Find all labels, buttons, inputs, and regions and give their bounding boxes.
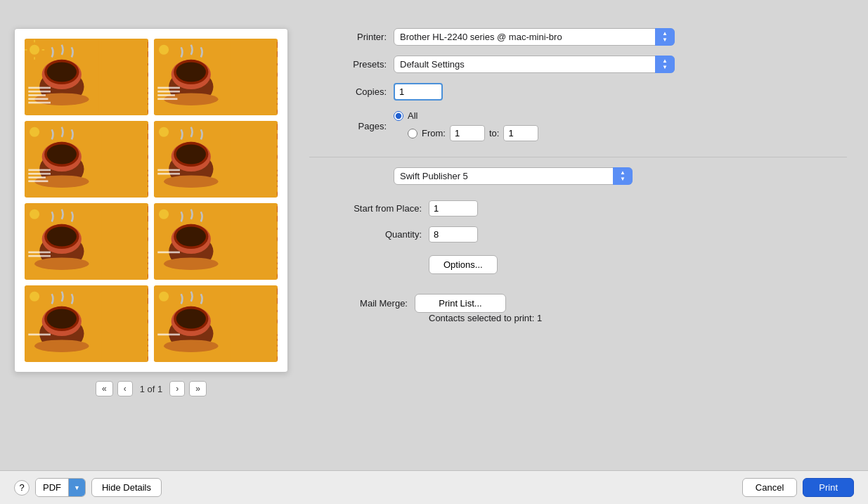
svg-point-62 xyxy=(30,209,39,219)
svg-text:SUN CAFE: SUN CAFE xyxy=(276,39,278,115)
copies-input[interactable] xyxy=(394,83,443,101)
svg-rect-54 xyxy=(231,122,278,197)
mail-merge-row: Mail Merge: Print List... xyxy=(309,294,847,313)
svg-rect-13 xyxy=(28,91,51,93)
svg-text:SUN CAFE: SUN CAFE xyxy=(146,285,148,362)
svg-point-25 xyxy=(159,45,169,55)
svg-rect-42 xyxy=(28,180,48,182)
svg-point-91 xyxy=(176,309,206,328)
svg-text:SUN CAFE: SUN CAFE xyxy=(146,203,148,280)
hide-details-button[interactable]: Hide Details xyxy=(91,478,162,497)
svg-rect-65 xyxy=(101,205,148,279)
pages-row: Pages: All From: to: xyxy=(309,110,847,141)
print-button[interactable]: Print xyxy=(803,478,854,497)
chevron-down-icon: ▼ xyxy=(74,484,80,491)
quantity-input[interactable] xyxy=(429,226,478,243)
svg-text:SUN CAFE: SUN CAFE xyxy=(276,285,278,362)
svg-point-92 xyxy=(164,340,218,352)
svg-point-93 xyxy=(159,292,169,302)
print-list-button[interactable]: Print List... xyxy=(415,294,506,313)
svg-point-82 xyxy=(34,340,89,352)
first-page-button[interactable]: « xyxy=(96,381,113,396)
pdf-button[interactable]: PDF xyxy=(36,479,69,496)
svg-point-83 xyxy=(30,292,39,302)
svg-rect-15 xyxy=(28,98,48,100)
svg-rect-63 xyxy=(28,252,51,254)
svg-point-38 xyxy=(30,127,39,137)
presets-select-wrapper: Default Settings ▲ ▼ xyxy=(394,56,675,73)
svg-rect-27 xyxy=(157,91,180,93)
svg-point-36 xyxy=(47,144,77,164)
svg-rect-28 xyxy=(157,94,175,96)
start-from-place-input[interactable] xyxy=(429,200,478,217)
contacts-selected-text: Contacts selected to print: 1 xyxy=(429,313,542,323)
svg-point-60 xyxy=(47,226,77,246)
from-pages-radio[interactable] xyxy=(408,129,417,138)
pdf-button-group: PDF ▼ xyxy=(35,478,86,497)
svg-point-49 xyxy=(176,144,206,164)
printer-select-wrapper: Brother HL-2240 series @ mac-mini-bro ▲ … xyxy=(394,28,675,46)
biz-card-8: SUN CAFE xyxy=(154,285,278,362)
copies-label: Copies: xyxy=(309,86,387,97)
quantity-row: Quantity: xyxy=(309,226,847,243)
svg-rect-53 xyxy=(157,173,180,175)
svg-point-71 xyxy=(176,226,206,246)
page-indicator: 1 of 1 xyxy=(140,384,163,394)
svg-rect-43 xyxy=(101,122,148,197)
prev-page-button[interactable]: ‹ xyxy=(117,381,133,396)
svg-point-50 xyxy=(164,175,218,188)
svg-text:SUN CAFE: SUN CAFE xyxy=(146,121,148,198)
bottom-bar: ? PDF ▼ Hide Details Cancel Print xyxy=(0,470,868,504)
printer-select[interactable]: Brother HL-2240 series @ mac-mini-bro xyxy=(394,28,675,46)
last-page-button[interactable]: » xyxy=(189,381,207,396)
pdf-dropdown-arrow-button[interactable]: ▼ xyxy=(69,479,85,496)
copies-row: Copies: xyxy=(309,83,847,101)
print-dialog: SUN CAFE xyxy=(0,0,868,504)
pages-label: Pages: xyxy=(309,121,387,131)
svg-point-72 xyxy=(164,257,218,270)
help-button[interactable]: ? xyxy=(14,480,30,496)
svg-rect-52 xyxy=(157,169,180,172)
to-label: to: xyxy=(489,128,499,138)
all-pages-radio[interactable] xyxy=(394,111,403,121)
start-from-place-label: Start from Place: xyxy=(309,203,422,214)
svg-point-61 xyxy=(34,257,89,270)
svg-rect-17 xyxy=(101,40,148,115)
settings-panel: Printer: Brother HL-2240 series @ mac-mi… xyxy=(309,21,847,463)
divider xyxy=(309,157,847,157)
svg-rect-94 xyxy=(157,334,180,336)
presets-label: Presets: xyxy=(309,59,387,70)
options-button[interactable]: Options... xyxy=(429,255,498,274)
swift-publisher-select[interactable]: Swift Publisher 5 xyxy=(394,167,633,185)
cancel-button[interactable]: Cancel xyxy=(742,478,797,497)
swift-publisher-row: Swift Publisher 5 ▲ ▼ xyxy=(309,167,847,185)
svg-point-51 xyxy=(159,127,169,137)
svg-text:SUN CAFE: SUN CAFE xyxy=(146,39,148,115)
svg-rect-95 xyxy=(231,287,278,361)
svg-rect-16 xyxy=(28,102,51,104)
svg-rect-74 xyxy=(157,252,180,254)
all-pages-row: All xyxy=(394,110,538,121)
options-row: Options... xyxy=(309,252,847,277)
next-page-button[interactable]: › xyxy=(169,381,185,396)
svg-point-73 xyxy=(159,209,169,219)
svg-text:SUN CAFE: SUN CAFE xyxy=(276,203,278,280)
svg-rect-84 xyxy=(28,334,51,336)
presets-select[interactable]: Default Settings xyxy=(394,56,675,73)
printer-label: Printer: xyxy=(309,32,387,42)
to-input[interactable] xyxy=(503,125,538,141)
biz-card-4: SUN CAFE xyxy=(154,121,278,198)
from-label: From: xyxy=(422,128,446,138)
svg-point-81 xyxy=(47,309,77,328)
preview-page: SUN CAFE xyxy=(14,28,288,373)
pages-group: All From: to: xyxy=(394,110,538,141)
svg-rect-14 xyxy=(28,94,46,96)
from-input[interactable] xyxy=(450,125,485,141)
swift-publisher-select-wrapper: Swift Publisher 5 ▲ ▼ xyxy=(394,167,633,185)
preview-navigation: « ‹ 1 of 1 › » xyxy=(96,381,207,396)
start-from-place-row: Start from Place: xyxy=(309,200,847,217)
biz-card-5: SUN CAFE xyxy=(25,203,148,280)
svg-rect-30 xyxy=(231,40,278,115)
from-pages-row: From: to: xyxy=(408,125,538,141)
svg-point-7 xyxy=(30,45,39,55)
